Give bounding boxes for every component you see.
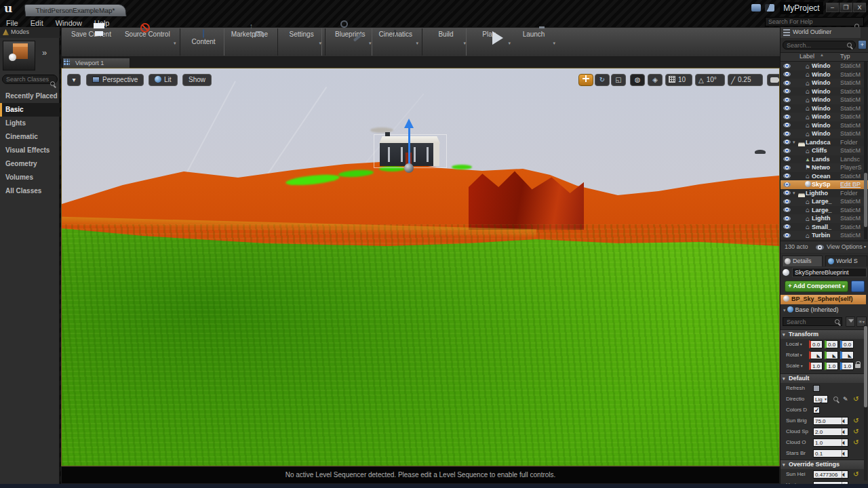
- scale-z-field[interactable]: 1.0: [840, 362, 854, 370]
- restore-button[interactable]: ❐: [840, 3, 852, 12]
- use-selected-icon[interactable]: ✎: [843, 394, 848, 405]
- checkbox[interactable]: [813, 385, 820, 392]
- toolbar-button[interactable]: Launch ▾: [511, 28, 556, 56]
- translate-gizmo-z-axis[interactable]: [408, 127, 410, 166]
- modes-category[interactable]: Geometry: [0, 157, 60, 171]
- gizmo-origin-sphere[interactable]: [404, 163, 414, 173]
- lit-mode-button[interactable]: Lit: [149, 74, 178, 86]
- visibility-eye-icon[interactable]: [783, 64, 791, 68]
- modes-category[interactable]: Cinematic: [0, 130, 60, 144]
- toolbar-button[interactable]: Save Current ▾: [64, 28, 118, 56]
- rotation-y-dial[interactable]: [825, 351, 838, 359]
- visibility-eye-icon[interactable]: [783, 157, 791, 161]
- scale-snap-button[interactable]: ╱0.25: [728, 74, 763, 86]
- outliner-row[interactable]: Lighth StaticM: [781, 214, 868, 223]
- viewport-tab[interactable]: Viewport 1: [62, 58, 130, 68]
- reset-to-default-icon[interactable]: ↺: [853, 426, 859, 436]
- toolbar-button[interactable]: Blueprints ▾: [325, 28, 372, 56]
- spinner[interactable]: [842, 418, 848, 424]
- expander-icon[interactable]: [793, 190, 797, 196]
- number-field[interactable]: 2.0: [813, 428, 848, 436]
- layout-icon[interactable]: [765, 4, 774, 12]
- world-local-toggle[interactable]: ◍: [630, 74, 645, 86]
- lock-icon[interactable]: [855, 364, 861, 368]
- toolbar-button[interactable]: Build ▾: [422, 28, 467, 56]
- property-filter-button[interactable]: [846, 317, 855, 327]
- rotation-label[interactable]: Rotat: [786, 350, 802, 360]
- outliner-row[interactable]: Windo StaticM: [781, 113, 868, 121]
- number-field[interactable]: 0.477306: [813, 470, 848, 479]
- visibility-eye-icon[interactable]: [783, 224, 791, 229]
- camera-speed-button[interactable]: 5: [767, 74, 780, 86]
- viewport-options-button[interactable]: ▾: [67, 74, 81, 86]
- outliner-row[interactable]: SkySp Edit BP: [781, 180, 868, 189]
- browse-icon[interactable]: [833, 396, 838, 401]
- object-dropdown[interactable]: Lig▾: [813, 395, 828, 403]
- visibility-eye-icon[interactable]: [783, 140, 791, 144]
- visibility-eye-icon[interactable]: [783, 182, 791, 187]
- visibility-eye-icon[interactable]: [783, 148, 791, 153]
- view-options-button[interactable]: View Options: [827, 241, 863, 253]
- chevron-down-icon[interactable]: ▾: [319, 41, 322, 46]
- outliner-row[interactable]: Ocean StaticM: [781, 172, 868, 181]
- reset-to-default-icon[interactable]: ↺: [853, 469, 859, 479]
- outliner-row[interactable]: Cliffs StaticM: [781, 146, 868, 155]
- number-field[interactable]: 1.0: [813, 439, 848, 447]
- grid-snap-button[interactable]: 10: [665, 74, 692, 86]
- reset-to-default-icon[interactable]: ↺: [853, 415, 859, 426]
- edit-blueprint-button[interactable]: [851, 281, 865, 292]
- outliner-row[interactable]: Windo StaticM: [781, 79, 868, 87]
- modes-category[interactable]: All Classes: [0, 184, 60, 198]
- feedback-icon[interactable]: [751, 4, 761, 12]
- visibility-eye-icon[interactable]: [783, 199, 791, 204]
- outliner-row[interactable]: Large_ StaticM: [781, 206, 868, 215]
- reset-to-default-icon[interactable]: ↺: [853, 394, 859, 404]
- help-search-input[interactable]: [765, 17, 864, 26]
- location-z-field[interactable]: 0.0: [840, 340, 854, 348]
- expander-icon[interactable]: [793, 140, 797, 145]
- visibility-eye-icon[interactable]: [783, 123, 791, 127]
- toolbar-button[interactable]: Settings ▾: [277, 28, 322, 56]
- visibility-eye-icon[interactable]: [783, 81, 791, 85]
- visibility-eye-icon[interactable]: [783, 72, 791, 77]
- chevron-down-icon[interactable]: ▾: [553, 41, 556, 46]
- show-button[interactable]: Show: [182, 74, 212, 86]
- toolbar-button[interactable]: Play ▾: [467, 28, 511, 56]
- scale-label[interactable]: Scale: [786, 361, 803, 371]
- actor-name-field[interactable]: SkySphereBlueprint: [792, 268, 867, 277]
- outliner-row[interactable]: Windo StaticM: [781, 70, 868, 79]
- outliner-row[interactable]: Large_ StaticM: [781, 197, 868, 206]
- details-search-input[interactable]: [783, 317, 842, 326]
- rotation-x-dial[interactable]: [809, 351, 823, 359]
- search-classes-input[interactable]: [2, 75, 58, 84]
- outliner-row[interactable]: Windo StaticM: [781, 129, 868, 138]
- visibility-eye-icon[interactable]: [783, 216, 791, 221]
- expand-modes-button[interactable]: »: [42, 47, 47, 58]
- rotation-z-dial[interactable]: [840, 351, 854, 359]
- section-transform[interactable]: Transform: [781, 329, 866, 339]
- chevron-down-icon[interactable]: ▾: [369, 41, 372, 46]
- details-scrollbar-thumb[interactable]: [864, 326, 867, 407]
- toolbar-button[interactable]: Source Control ▾: [118, 28, 177, 56]
- move-tool-button[interactable]: [578, 74, 593, 86]
- toolbar-button[interactable]: Cinematics ▾: [372, 28, 419, 56]
- outliner-row[interactable]: Windo StaticM: [781, 62, 868, 70]
- location-x-field[interactable]: 0.0: [809, 340, 823, 348]
- add-component-button[interactable]: + Add Component ▾: [785, 281, 848, 292]
- outliner-row[interactable]: Netwo PlayerS: [781, 163, 868, 172]
- outliner-row[interactable]: Lightho Folder: [781, 189, 868, 198]
- chevron-down-icon[interactable]: ▾: [464, 41, 467, 46]
- outliner-row[interactable]: Windo StaticM: [781, 87, 868, 96]
- spinner[interactable]: [842, 439, 848, 446]
- number-field[interactable]: 0.1: [813, 449, 848, 458]
- close-button[interactable]: X: [853, 3, 866, 12]
- outliner-row[interactable]: Small_ StaticM: [781, 223, 868, 232]
- number-field[interactable]: 75.0: [813, 417, 848, 425]
- toolbar-button[interactable]: Marketplace ▾: [224, 28, 275, 56]
- modes-category[interactable]: Recently Placed: [0, 89, 60, 103]
- visibility-eye-icon[interactable]: [783, 131, 791, 136]
- modes-category[interactable]: Volumes: [0, 171, 60, 184]
- visibility-eye-icon[interactable]: [783, 115, 791, 119]
- outliner-row[interactable]: Windo StaticM: [781, 104, 868, 113]
- scale-tool-button[interactable]: ◱: [611, 74, 626, 86]
